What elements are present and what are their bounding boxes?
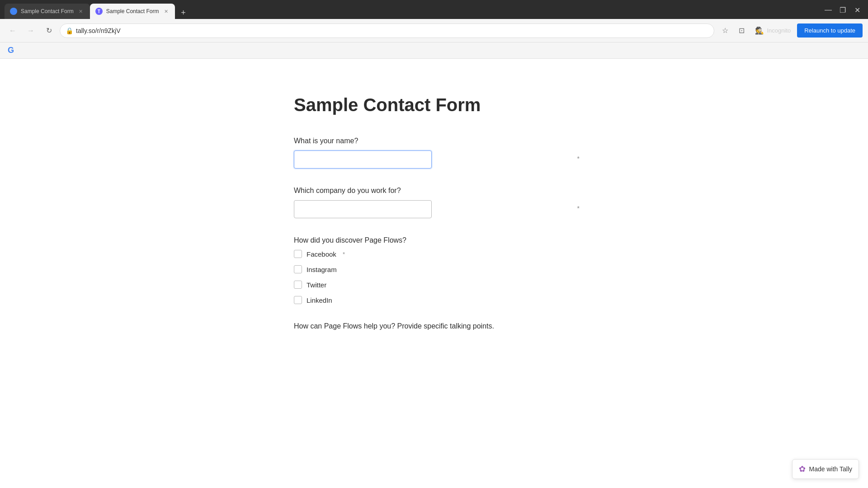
tab-2-title: Sample Contact Form: [106, 8, 159, 14]
browser-chrome: G Sample Contact Form ✕ T Sample Contact…: [0, 0, 868, 59]
tab-2[interactable]: T Sample Contact Form ✕: [90, 4, 175, 19]
url-display: tally.so/r/n9ZkjV: [76, 27, 708, 34]
relaunch-button[interactable]: Relaunch to update: [797, 23, 863, 38]
checkbox-instagram-label: Instagram: [307, 266, 337, 273]
checkbox-linkedin-label: LinkedIn: [307, 296, 332, 304]
refresh-button[interactable]: ↻: [42, 23, 56, 38]
name-required-mark: *: [577, 155, 580, 162]
checkbox-instagram[interactable]: [294, 265, 302, 273]
checkbox-twitter-label: Twitter: [307, 281, 326, 289]
maximize-button[interactable]: ❐: [836, 4, 849, 16]
new-tab-button[interactable]: +: [177, 6, 189, 19]
facebook-required-star: *: [343, 251, 345, 258]
tab-1-close[interactable]: ✕: [77, 8, 85, 15]
tally-flower-icon: ✿: [799, 464, 806, 474]
company-input[interactable]: [294, 200, 432, 218]
checkbox-linkedin[interactable]: [294, 296, 302, 304]
window-controls: — ❐ ✕: [822, 4, 863, 16]
name-input-wrapper: *: [294, 150, 574, 169]
bookmark-button[interactable]: ☆: [718, 23, 732, 38]
tab-1[interactable]: G Sample Contact Form ✕: [5, 4, 90, 19]
sidebar-button[interactable]: ⊡: [734, 23, 749, 38]
tab-bar: G Sample Contact Form ✕ T Sample Contact…: [0, 0, 868, 19]
close-button[interactable]: ✕: [851, 4, 863, 16]
help-field: How can Page Flows help you? Provide spe…: [294, 322, 574, 330]
checkbox-facebook[interactable]: [294, 250, 302, 258]
company-required-mark: *: [577, 205, 580, 212]
discover-checkbox-group: Facebook * Instagram Twitter LinkedIn: [294, 250, 574, 304]
company-field: Which company do you work for? *: [294, 187, 574, 218]
checkbox-item-linkedin[interactable]: LinkedIn: [294, 296, 574, 304]
incognito-label: Incognito: [767, 27, 791, 34]
page-content: Sample Contact Form What is your name? *…: [0, 59, 868, 488]
forward-button[interactable]: →: [24, 23, 38, 38]
tab-1-favicon: G: [10, 8, 17, 15]
checkbox-item-twitter[interactable]: Twitter: [294, 281, 574, 289]
address-bar-row: ← → ↻ 🔒 tally.so/r/n9ZkjV ☆ ⊡ 🕵 Incognit…: [0, 19, 868, 42]
checkbox-twitter[interactable]: [294, 281, 302, 289]
incognito-button[interactable]: 🕵 Incognito: [750, 23, 795, 38]
minimize-button[interactable]: —: [822, 4, 835, 16]
help-label: How can Page Flows help you? Provide spe…: [294, 322, 574, 330]
checkbox-facebook-label: Facebook: [307, 250, 336, 258]
tab-1-title: Sample Contact Form: [21, 8, 74, 14]
back-button[interactable]: ←: [5, 23, 20, 38]
google-icon[interactable]: G: [5, 45, 16, 56]
tab-2-favicon: T: [95, 8, 103, 15]
company-input-wrapper: *: [294, 200, 574, 218]
company-label: Which company do you work for?: [294, 187, 574, 195]
made-with-tally-badge[interactable]: ✿ Made with Tally: [792, 459, 859, 479]
checkbox-item-instagram[interactable]: Instagram: [294, 265, 574, 273]
form-container: Sample Contact Form What is your name? *…: [276, 59, 592, 394]
address-bar-actions: ☆ ⊡ 🕵 Incognito Relaunch to update: [718, 23, 863, 38]
discover-label: How did you discover Page Flows?: [294, 236, 574, 244]
name-label: What is your name?: [294, 137, 574, 145]
form-title: Sample Contact Form: [294, 95, 574, 115]
name-field: What is your name? *: [294, 137, 574, 169]
address-bar[interactable]: 🔒 tally.so/r/n9ZkjV: [60, 23, 714, 38]
made-with-tally-label: Made with Tally: [809, 465, 852, 473]
name-input[interactable]: [294, 150, 432, 169]
google-apps-row: G: [0, 42, 868, 59]
discover-field: How did you discover Page Flows? Faceboo…: [294, 236, 574, 304]
tab-2-close[interactable]: ✕: [162, 8, 170, 15]
checkbox-item-facebook[interactable]: Facebook *: [294, 250, 574, 258]
